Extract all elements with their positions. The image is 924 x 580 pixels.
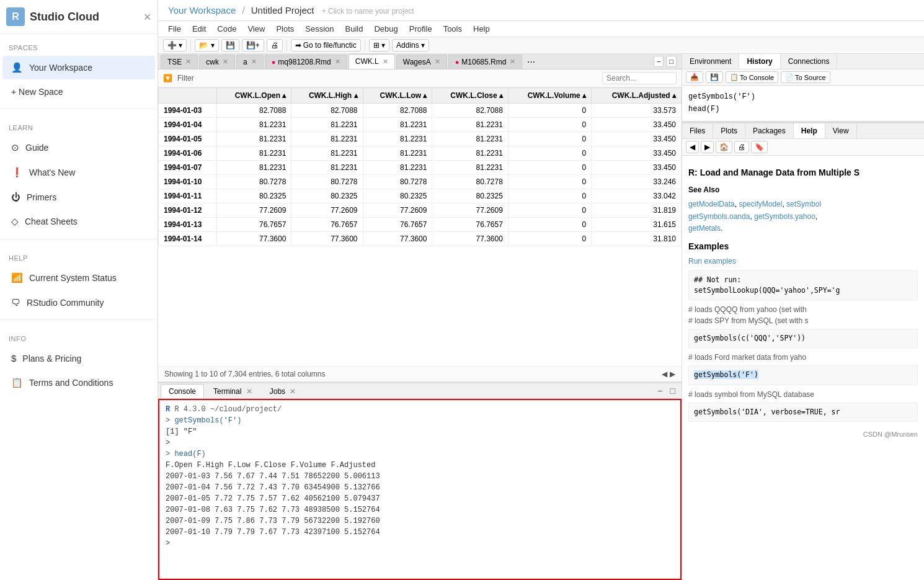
- right-panel: Environment History Connections 📥 💾 📋 To…: [682, 54, 924, 580]
- tab-m10685[interactable]: ● M10685.Rmd ✕: [448, 55, 523, 69]
- tab-connections[interactable]: Connections: [781, 54, 838, 69]
- tab-console[interactable]: Console: [161, 384, 204, 398]
- nav-print-btn[interactable]: 🖨: [734, 141, 749, 153]
- close-icon[interactable]: ✕: [143, 11, 151, 23]
- tab-cwkl[interactable]: CWK.L ✕: [349, 54, 395, 69]
- tab-files[interactable]: Files: [682, 123, 713, 138]
- menu-tools[interactable]: Tools: [438, 22, 467, 35]
- addins-label: Addins ▾: [396, 41, 425, 50]
- nav-home-btn[interactable]: 🏠: [716, 141, 732, 153]
- tab-mq981208[interactable]: ● mq981208.Rmd ✕: [265, 55, 347, 69]
- tab-history[interactable]: History: [739, 54, 780, 69]
- scroll-left-btn[interactable]: ◀: [662, 370, 667, 378]
- import-btn[interactable]: 📥: [686, 71, 703, 83]
- tab-cwk[interactable]: cwk ✕: [199, 55, 235, 69]
- breadcrumb: Your Workspace / Untitled Project + Clic…: [168, 5, 414, 16]
- to-console-btn[interactable]: 📋 To Console: [726, 71, 778, 83]
- tab-m10685-close[interactable]: ✕: [510, 58, 515, 66]
- sidebar-item-whats-new[interactable]: ❗ What's New: [2, 161, 155, 184]
- tab-plots[interactable]: Plots: [713, 123, 745, 138]
- col-high: CWK.L.High ▴: [291, 88, 363, 104]
- goto-btn[interactable]: ➡ Go to file/functic: [291, 39, 361, 51]
- tab-a[interactable]: a ✕: [236, 55, 264, 69]
- tab-packages[interactable]: Packages: [745, 123, 794, 138]
- sidebar-item-new-space[interactable]: + New Space: [2, 81, 155, 103]
- save-all-btn[interactable]: 💾+: [242, 39, 264, 51]
- learn-label: Learn: [0, 114, 158, 135]
- menu-build[interactable]: Build: [340, 22, 368, 35]
- tab-a-close[interactable]: ✕: [251, 58, 257, 66]
- new-file-btn[interactable]: ➕ ▾: [163, 39, 187, 51]
- code-block-1: ## Not run: setSymbolLookup(QQQ='yahoo',…: [688, 270, 918, 301]
- menu-code[interactable]: Code: [212, 22, 241, 35]
- console-maximize-btn[interactable]: □: [668, 385, 678, 397]
- tab-cwkl-close[interactable]: ✕: [383, 58, 388, 66]
- table-row: 1994-01-1080.727880.727880.727880.727803…: [159, 175, 682, 189]
- sidebar-item-terms[interactable]: 📋 Terms and Conditions: [2, 371, 155, 395]
- sidebar-item-cheat-sheets[interactable]: ◇ Cheat Sheets: [2, 210, 155, 233]
- tab-wagesa[interactable]: WagesA ✕: [396, 55, 447, 69]
- tab-help[interactable]: Help: [794, 123, 825, 138]
- tab-overflow-btn[interactable]: ⋯: [523, 55, 539, 69]
- sidebar-item-guide[interactable]: ⊙ Guide: [2, 136, 155, 159]
- link-getmetals[interactable]: getMetals: [688, 224, 721, 233]
- scroll-right-btn[interactable]: ▶: [670, 370, 675, 378]
- click-hint[interactable]: + Click to name your project: [322, 7, 414, 16]
- tab-wagesa-close[interactable]: ✕: [435, 58, 440, 66]
- run-examples-link[interactable]: Run examples: [688, 257, 736, 265]
- menu-session[interactable]: Session: [300, 22, 339, 35]
- tab-terminal[interactable]: Terminal ✕: [205, 384, 260, 398]
- save-btn[interactable]: 💾: [221, 39, 239, 51]
- sidebar-item-system-status[interactable]: 📶 Current System Status: [2, 266, 155, 290]
- link-setsymbol[interactable]: setSymbol: [786, 200, 821, 208]
- console-minimize-btn[interactable]: −: [655, 385, 665, 397]
- plans-icon: $: [11, 353, 16, 364]
- tab-view[interactable]: View: [825, 123, 857, 138]
- nav-back-btn[interactable]: ◀: [686, 141, 699, 153]
- save-history-btn[interactable]: 💾: [706, 71, 723, 83]
- table-status: Showing 1 to 10 of 7,304 entries, 6 tota…: [158, 366, 682, 381]
- menu-profile[interactable]: Profile: [404, 22, 437, 35]
- nav-bookmark-btn[interactable]: 🔖: [751, 141, 768, 153]
- menu-view[interactable]: View: [242, 22, 270, 35]
- sidebar-item-community[interactable]: 🗨 RStudio Community: [2, 291, 155, 314]
- rstudio-logo: R: [6, 7, 25, 26]
- tab-cwk-close[interactable]: ✕: [223, 58, 228, 66]
- rmd-icon-2: ●: [455, 58, 460, 66]
- addins-btn[interactable]: Addins ▾: [392, 39, 429, 51]
- link-getmodeldata[interactable]: getModelData: [688, 200, 735, 208]
- menu-file[interactable]: File: [163, 22, 186, 35]
- to-source-icon: 📄: [785, 73, 794, 81]
- tab-tse-close[interactable]: ✕: [185, 58, 191, 66]
- link-specifymodel[interactable]: specifyModel: [739, 200, 782, 208]
- tab-mq981208-close[interactable]: ✕: [335, 58, 340, 66]
- menu-edit[interactable]: Edit: [187, 22, 211, 35]
- maximize-btn[interactable]: □: [666, 56, 677, 67]
- workspace-link[interactable]: Your Workspace: [168, 5, 236, 16]
- app-title: Studio Cloud: [30, 11, 99, 24]
- to-source-btn[interactable]: 📄 To Source: [781, 71, 830, 83]
- primers-icon: ⏻: [11, 192, 20, 202]
- menu-debug[interactable]: Debug: [369, 22, 402, 35]
- help-section-label: Help: [0, 244, 158, 265]
- console-body[interactable]: R R 4.3.0 ~/cloud/project/ > getSymbols(…: [158, 399, 682, 580]
- print-btn[interactable]: 🖨: [267, 39, 283, 51]
- open-file-btn[interactable]: 📂 ▾: [195, 39, 218, 51]
- menu-plots[interactable]: Plots: [271, 22, 299, 35]
- cheat-sheets-label: Cheat Sheets: [25, 216, 78, 226]
- menu-help[interactable]: Help: [468, 22, 495, 35]
- to-console-label: To Console: [740, 74, 774, 81]
- search-input[interactable]: [602, 72, 677, 84]
- tab-tse-label: TSE: [167, 58, 182, 66]
- minimize-btn[interactable]: −: [654, 56, 664, 67]
- link-getsymbols-yahoo[interactable]: getSymbols.yahoo: [754, 212, 815, 221]
- tab-jobs[interactable]: Jobs ✕: [262, 384, 304, 398]
- tab-tse[interactable]: TSE ✕: [161, 55, 198, 69]
- grid-btn[interactable]: ⊞ ▾: [369, 39, 389, 51]
- sidebar-item-primers[interactable]: ⏻ Primers: [2, 185, 155, 208]
- sidebar-item-your-workspace[interactable]: 👤 Your Workspace: [2, 56, 155, 79]
- sidebar-item-plans[interactable]: $ Plans & Pricing: [2, 347, 155, 370]
- tab-environment[interactable]: Environment: [682, 54, 739, 69]
- link-getsymbols-oanda[interactable]: getSymbols.oanda: [688, 212, 750, 221]
- nav-fwd-btn[interactable]: ▶: [701, 141, 714, 153]
